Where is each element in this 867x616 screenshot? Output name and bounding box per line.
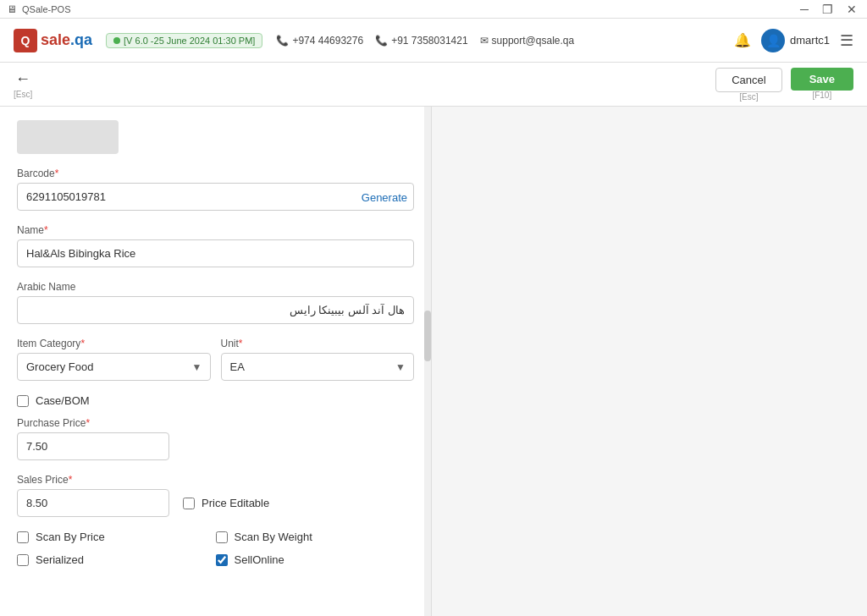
category-unit-row: Item Category* Grocery Food Beverages Da… <box>17 338 414 394</box>
serialized-sellonline-row: Serialized SellOnline <box>17 553 414 576</box>
save-button[interactable]: Save <box>791 68 853 91</box>
save-shortcut: [F10] <box>812 91 831 100</box>
item-category-select[interactable]: Grocery Food Beverages Dairy Bakery <box>17 353 211 381</box>
right-panel <box>432 107 867 616</box>
window-controls: ─ ❐ ✕ <box>797 1 860 18</box>
main-content: Barcode* Generate Name* Arabic Name Item… <box>0 107 867 616</box>
toolbar-actions: Cancel [Esc] Save [F10] <box>715 68 853 102</box>
back-button[interactable]: ← [Esc] <box>14 70 32 99</box>
back-arrow-icon: ← <box>15 70 30 88</box>
sell-online-row: SellOnline <box>216 553 415 566</box>
unit-group: Unit* EA KG LTR PCS ▼ <box>221 338 415 381</box>
sell-online-checkbox[interactable] <box>216 554 228 566</box>
purchase-price-label: Purchase Price* <box>17 417 414 429</box>
cancel-shortcut: [Esc] <box>739 92 758 102</box>
phone1-text: +974 44693276 <box>292 35 363 47</box>
version-badge: [V 6.0 -25 June 2024 01:30 PM] <box>106 33 262 48</box>
email-text: support@qsale.qa <box>492 35 575 47</box>
purchase-price-group: Purchase Price* <box>17 417 414 460</box>
name-label: Name* <box>17 224 414 236</box>
version-text: [V 6.0 -25 June 2024 01:30 PM] <box>124 36 255 46</box>
close-button[interactable]: ✕ <box>843 1 860 18</box>
name-group: Name* <box>17 224 414 267</box>
status-dot <box>113 37 120 44</box>
case-bom-checkbox[interactable] <box>17 395 29 407</box>
item-category-wrapper: Grocery Food Beverages Dairy Bakery ▼ <box>17 353 211 381</box>
unit-wrapper: EA KG LTR PCS ▼ <box>221 353 415 381</box>
serialized-checkbox[interactable] <box>17 554 29 566</box>
cancel-button[interactable]: Cancel <box>715 68 781 92</box>
name-input[interactable] <box>17 239 414 267</box>
arabic-name-label: Arabic Name <box>17 281 414 293</box>
serialized-col: Serialized <box>17 553 216 576</box>
phone2-item: 📞 +91 7358031421 <box>375 35 467 47</box>
serialized-label[interactable]: Serialized <box>36 553 84 566</box>
title-bar: 🖥 QSale-POS ─ ❐ ✕ <box>0 0 867 19</box>
sell-online-col: SellOnline <box>216 553 415 576</box>
logo-icon: Q <box>14 29 37 52</box>
serialized-row: Serialized <box>17 553 216 566</box>
scan-options-row: Scan By Price Scan By Weight <box>17 531 414 553</box>
notifications-button[interactable]: 🔔 <box>734 32 751 48</box>
sales-price-label: Sales Price* <box>17 474 414 486</box>
app-icon: 🖥 <box>7 3 17 15</box>
price-editable-checkbox[interactable] <box>183 498 195 509</box>
restore-button[interactable]: ❐ <box>819 1 837 18</box>
username-text: dmartc1 <box>790 34 830 47</box>
user-avatar: 👤 <box>761 29 785 52</box>
arabic-name-input[interactable] <box>17 296 414 324</box>
navbar: Q sale.qa [V 6.0 -25 June 2024 01:30 PM]… <box>0 19 867 63</box>
barcode-input-wrapper: Generate <box>17 183 414 211</box>
scan-by-weight-checkbox[interactable] <box>216 531 228 543</box>
sales-price-group: Sales Price* Price Editable <box>17 474 414 517</box>
form-panel: Barcode* Generate Name* Arabic Name Item… <box>0 107 432 616</box>
phone2-icon: 📞 <box>375 35 388 47</box>
logo-text: sale.qa <box>41 31 92 49</box>
toolbar: ← [Esc] Cancel [Esc] Save [F10] <box>0 63 867 107</box>
email-item: ✉ support@qsale.qa <box>480 35 575 47</box>
price-editable-label[interactable]: Price Editable <box>202 497 269 509</box>
phone1-item: 📞 +974 44693276 <box>276 35 363 47</box>
image-placeholder <box>17 120 119 154</box>
sales-price-input[interactable] <box>17 489 169 517</box>
email-icon: ✉ <box>480 35 489 47</box>
case-bom-label[interactable]: Case/BOM <box>36 394 90 407</box>
back-label: [Esc] <box>14 90 32 99</box>
barcode-group: Barcode* Generate <box>17 168 414 211</box>
purchase-price-input[interactable] <box>17 432 169 460</box>
barcode-label: Barcode* <box>17 168 414 179</box>
hamburger-button[interactable]: ☰ <box>840 31 853 50</box>
sell-online-label[interactable]: SellOnline <box>235 553 284 566</box>
scan-by-price-col: Scan By Price <box>17 531 216 553</box>
item-category-group: Item Category* Grocery Food Beverages Da… <box>17 338 211 381</box>
minimize-button[interactable]: ─ <box>797 1 812 18</box>
unit-select[interactable]: EA KG LTR PCS <box>221 353 415 381</box>
user-area: 👤 dmartc1 <box>761 29 830 52</box>
price-editable-row: Price Editable <box>183 497 269 509</box>
logo-area: Q sale.qa <box>14 29 92 52</box>
item-category-label: Item Category* <box>17 338 211 349</box>
barcode-input[interactable] <box>17 183 414 211</box>
nav-right: 🔔 👤 dmartc1 ☰ <box>734 29 853 52</box>
generate-button[interactable]: Generate <box>362 190 407 203</box>
scrollbar-thumb[interactable] <box>424 311 431 361</box>
app-title: QSale-POS <box>22 4 792 14</box>
phone2-text: +91 7358031421 <box>391 35 467 47</box>
scan-by-price-checkbox[interactable] <box>17 531 29 543</box>
case-bom-row: Case/BOM <box>17 394 414 407</box>
phone1-icon: 📞 <box>276 35 289 47</box>
scan-by-weight-label[interactable]: Scan By Weight <box>235 531 312 543</box>
scan-by-weight-col: Scan By Weight <box>216 531 415 553</box>
scan-by-price-label[interactable]: Scan By Price <box>36 531 105 543</box>
unit-label: Unit* <box>221 338 415 349</box>
contact-info: 📞 +974 44693276 📞 +91 7358031421 ✉ suppo… <box>276 35 574 47</box>
arabic-name-group: Arabic Name <box>17 281 414 324</box>
scan-by-weight-row: Scan By Weight <box>216 531 415 543</box>
scan-by-price-row: Scan By Price <box>17 531 216 543</box>
scrollbar-track[interactable] <box>424 107 431 616</box>
